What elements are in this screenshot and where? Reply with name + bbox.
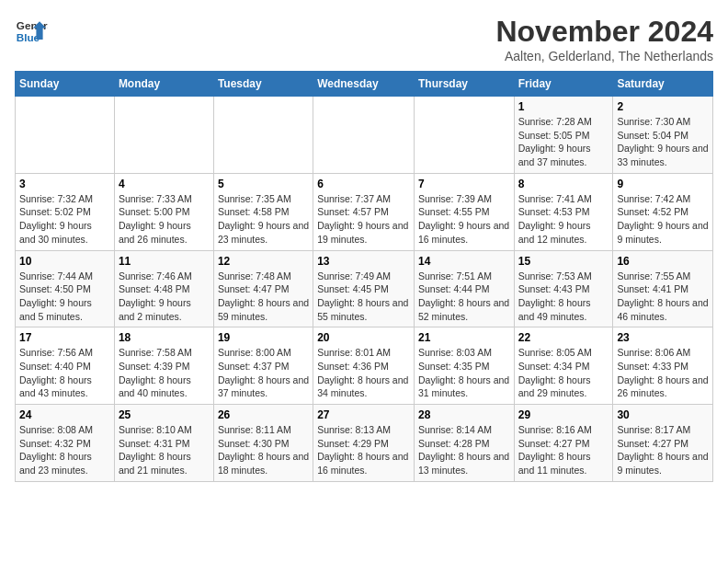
day-number: 25 (119, 408, 210, 421)
day-number: 5 (218, 178, 309, 190)
day-info: Sunrise: 7:56 AM Sunset: 4:40 PM Dayligh… (19, 346, 110, 400)
day-number: 30 (617, 408, 709, 421)
day-number: 20 (317, 331, 410, 344)
day-number: 1 (518, 100, 609, 113)
day-number: 6 (317, 178, 410, 190)
calendar-cell (414, 97, 514, 174)
calendar-cell: 18Sunrise: 7:58 AM Sunset: 4:39 PM Dayli… (114, 327, 213, 405)
page-header: General Blue General Blue November 2024 … (15, 15, 713, 63)
day-number: 15 (518, 255, 609, 268)
day-info: Sunrise: 7:28 AM Sunset: 5:05 PM Dayligh… (518, 115, 609, 169)
day-info: Sunrise: 7:32 AM Sunset: 5:02 PM Dayligh… (19, 192, 110, 247)
day-info: Sunrise: 8:14 AM Sunset: 4:28 PM Dayligh… (418, 423, 510, 477)
day-info: Sunrise: 8:05 AM Sunset: 4:34 PM Dayligh… (518, 346, 609, 400)
day-number: 29 (518, 408, 609, 421)
day-info: Sunrise: 7:58 AM Sunset: 4:39 PM Dayligh… (119, 346, 210, 400)
calendar-cell: 4Sunrise: 7:33 AM Sunset: 5:00 PM Daylig… (114, 173, 213, 250)
day-info: Sunrise: 8:16 AM Sunset: 4:27 PM Dayligh… (518, 423, 609, 477)
day-info: Sunrise: 7:37 AM Sunset: 4:57 PM Dayligh… (317, 192, 410, 247)
day-number: 22 (518, 331, 609, 344)
day-info: Sunrise: 7:48 AM Sunset: 4:47 PM Dayligh… (218, 270, 309, 324)
day-info: Sunrise: 8:00 AM Sunset: 4:37 PM Dayligh… (218, 346, 309, 400)
day-number: 23 (617, 331, 709, 344)
week-row-2: 3Sunrise: 7:32 AM Sunset: 5:02 PM Daylig… (16, 173, 713, 250)
calendar-cell: 6Sunrise: 7:37 AM Sunset: 4:57 PM Daylig… (313, 173, 415, 250)
weekday-header-saturday: Saturday (613, 72, 713, 97)
calendar-cell: 3Sunrise: 7:32 AM Sunset: 5:02 PM Daylig… (16, 173, 115, 250)
day-info: Sunrise: 7:53 AM Sunset: 4:43 PM Dayligh… (518, 270, 609, 324)
weekday-header-thursday: Thursday (414, 72, 514, 97)
day-info: Sunrise: 8:06 AM Sunset: 4:33 PM Dayligh… (617, 346, 709, 400)
title-block: November 2024 Aalten, Gelderland, The Ne… (495, 15, 713, 63)
calendar-cell: 30Sunrise: 8:17 AM Sunset: 4:27 PM Dayli… (613, 405, 713, 482)
day-info: Sunrise: 7:39 AM Sunset: 4:55 PM Dayligh… (418, 192, 510, 247)
calendar-cell: 10Sunrise: 7:44 AM Sunset: 4:50 PM Dayli… (16, 250, 115, 327)
day-info: Sunrise: 8:08 AM Sunset: 4:32 PM Dayligh… (19, 423, 110, 477)
calendar-cell: 14Sunrise: 7:51 AM Sunset: 4:44 PM Dayli… (414, 250, 514, 327)
calendar-cell: 26Sunrise: 8:11 AM Sunset: 4:30 PM Dayli… (213, 405, 313, 482)
day-number: 19 (218, 331, 309, 344)
day-number: 2 (617, 100, 709, 113)
month-title: November 2024 (495, 15, 713, 49)
calendar-cell: 21Sunrise: 8:03 AM Sunset: 4:35 PM Dayli… (414, 327, 514, 405)
calendar-cell: 7Sunrise: 7:39 AM Sunset: 4:55 PM Daylig… (414, 173, 514, 250)
day-number: 24 (19, 408, 110, 421)
weekday-header-friday: Friday (514, 72, 613, 97)
day-info: Sunrise: 7:35 AM Sunset: 4:58 PM Dayligh… (218, 192, 309, 247)
calendar-cell: 24Sunrise: 8:08 AM Sunset: 4:32 PM Dayli… (16, 405, 115, 482)
day-info: Sunrise: 7:42 AM Sunset: 4:52 PM Dayligh… (617, 192, 709, 247)
day-info: Sunrise: 8:13 AM Sunset: 4:29 PM Dayligh… (317, 423, 410, 477)
calendar-cell: 25Sunrise: 8:10 AM Sunset: 4:31 PM Dayli… (114, 405, 213, 482)
weekday-header-monday: Monday (114, 72, 213, 97)
week-row-5: 24Sunrise: 8:08 AM Sunset: 4:32 PM Dayli… (16, 405, 713, 482)
day-info: Sunrise: 7:30 AM Sunset: 5:04 PM Dayligh… (617, 115, 709, 169)
calendar-table: SundayMondayTuesdayWednesdayThursdayFrid… (15, 71, 713, 482)
day-number: 27 (317, 408, 410, 421)
day-number: 26 (218, 408, 309, 421)
calendar-cell: 8Sunrise: 7:41 AM Sunset: 4:53 PM Daylig… (514, 173, 613, 250)
day-number: 17 (19, 331, 110, 344)
calendar-cell (313, 97, 415, 174)
logo: General Blue General Blue (15, 15, 48, 48)
weekday-row: SundayMondayTuesdayWednesdayThursdayFrid… (16, 72, 713, 97)
day-number: 3 (19, 178, 110, 190)
day-info: Sunrise: 7:44 AM Sunset: 4:50 PM Dayligh… (19, 270, 110, 324)
day-info: Sunrise: 8:10 AM Sunset: 4:31 PM Dayligh… (119, 423, 210, 477)
day-number: 8 (518, 178, 609, 190)
day-info: Sunrise: 7:33 AM Sunset: 5:00 PM Dayligh… (119, 192, 210, 247)
week-row-1: 1Sunrise: 7:28 AM Sunset: 5:05 PM Daylig… (16, 97, 713, 174)
calendar-cell: 17Sunrise: 7:56 AM Sunset: 4:40 PM Dayli… (16, 327, 115, 405)
calendar-cell: 29Sunrise: 8:16 AM Sunset: 4:27 PM Dayli… (514, 405, 613, 482)
calendar-cell: 19Sunrise: 8:00 AM Sunset: 4:37 PM Dayli… (213, 327, 313, 405)
calendar-cell: 12Sunrise: 7:48 AM Sunset: 4:47 PM Dayli… (213, 250, 313, 327)
calendar-cell: 23Sunrise: 8:06 AM Sunset: 4:33 PM Dayli… (613, 327, 713, 405)
day-number: 12 (218, 255, 309, 268)
calendar-cell: 27Sunrise: 8:13 AM Sunset: 4:29 PM Dayli… (313, 405, 415, 482)
week-row-4: 17Sunrise: 7:56 AM Sunset: 4:40 PM Dayli… (16, 327, 713, 405)
day-info: Sunrise: 7:55 AM Sunset: 4:41 PM Dayligh… (617, 270, 709, 324)
calendar-header: SundayMondayTuesdayWednesdayThursdayFrid… (16, 72, 713, 97)
calendar-cell (114, 97, 213, 174)
calendar-cell: 13Sunrise: 7:49 AM Sunset: 4:45 PM Dayli… (313, 250, 415, 327)
weekday-header-wednesday: Wednesday (313, 72, 415, 97)
calendar-cell (16, 97, 115, 174)
day-number: 7 (418, 178, 510, 190)
weekday-header-tuesday: Tuesday (213, 72, 313, 97)
day-info: Sunrise: 8:11 AM Sunset: 4:30 PM Dayligh… (218, 423, 309, 477)
day-info: Sunrise: 7:49 AM Sunset: 4:45 PM Dayligh… (317, 270, 410, 324)
calendar-cell: 22Sunrise: 8:05 AM Sunset: 4:34 PM Dayli… (514, 327, 613, 405)
calendar-cell: 16Sunrise: 7:55 AM Sunset: 4:41 PM Dayli… (613, 250, 713, 327)
day-info: Sunrise: 7:51 AM Sunset: 4:44 PM Dayligh… (418, 270, 510, 324)
calendar-cell: 9Sunrise: 7:42 AM Sunset: 4:52 PM Daylig… (613, 173, 713, 250)
calendar-cell: 15Sunrise: 7:53 AM Sunset: 4:43 PM Dayli… (514, 250, 613, 327)
day-number: 28 (418, 408, 510, 421)
day-number: 13 (317, 255, 410, 268)
calendar-cell: 20Sunrise: 8:01 AM Sunset: 4:36 PM Dayli… (313, 327, 415, 405)
day-number: 9 (617, 178, 709, 190)
weekday-header-sunday: Sunday (16, 72, 115, 97)
calendar-cell: 1Sunrise: 7:28 AM Sunset: 5:05 PM Daylig… (514, 97, 613, 174)
day-number: 10 (19, 255, 110, 268)
day-number: 21 (418, 331, 510, 344)
day-info: Sunrise: 7:41 AM Sunset: 4:53 PM Dayligh… (518, 192, 609, 247)
calendar-cell: 11Sunrise: 7:46 AM Sunset: 4:48 PM Dayli… (114, 250, 213, 327)
